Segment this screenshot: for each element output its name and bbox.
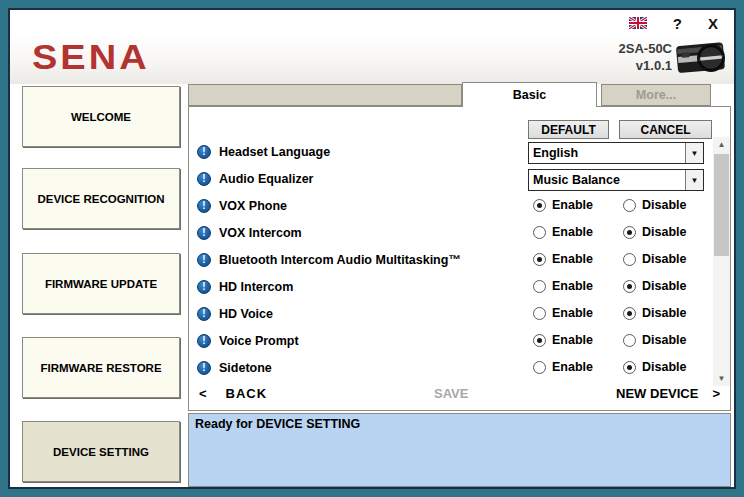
disable-radio[interactable]: Disable xyxy=(623,279,686,293)
settings-scrollbar[interactable]: ▲ ▼ xyxy=(713,137,730,386)
app-window: ? X SENA 2SA-50C v1.0.1 WELCOME DEVICE R… xyxy=(8,8,736,489)
setting-label: Bluetooth Intercom Audio Multitasking™ xyxy=(219,253,461,267)
status-box: Ready for DEVICE SETTING xyxy=(188,413,731,487)
back-button[interactable]: <BACK xyxy=(199,386,267,401)
enable-radio[interactable]: Enable xyxy=(533,279,593,293)
settings-panel: DEFAULT CANCEL ! Headset Language Englis… xyxy=(188,106,731,411)
setting-label: HD Intercom xyxy=(219,280,293,294)
setting-label: VOX Phone xyxy=(219,199,287,213)
info-icon[interactable]: ! xyxy=(197,199,211,213)
setting-label: Sidetone xyxy=(219,361,272,375)
headset-language-select[interactable]: English ▼ xyxy=(528,142,704,164)
sidebar-item-firmware-restore[interactable]: FIRMWARE RESTORE xyxy=(22,337,180,398)
setting-label: VOX Intercom xyxy=(219,226,302,240)
enable-radio[interactable]: Enable xyxy=(533,306,593,320)
disable-radio[interactable]: Disable xyxy=(623,198,686,212)
sidebar-item-device-setting[interactable]: DEVICE SETTING xyxy=(22,421,180,482)
device-model-block: 2SA-50C v1.0.1 xyxy=(619,40,672,74)
setting-row-audio-equalizer: ! Audio Equalizer Music Balance ▼ xyxy=(189,166,713,193)
sidebar-item-label: FIRMWARE UPDATE xyxy=(45,278,157,290)
setting-label: HD Voice xyxy=(219,307,273,321)
setting-row-sidetone: ! Sidetone Enable Disable xyxy=(189,355,713,382)
info-icon[interactable]: ! xyxy=(197,334,211,348)
setting-row-headset-language: ! Headset Language English ▼ xyxy=(189,139,713,166)
help-button[interactable]: ? xyxy=(673,16,682,31)
info-icon[interactable]: ! xyxy=(197,145,211,159)
selected-value: English xyxy=(533,146,578,160)
setting-label: Headset Language xyxy=(219,145,330,159)
setting-row-bt-intercom-audio-multitasking: ! Bluetooth Intercom Audio Multitasking™… xyxy=(189,247,713,274)
disable-radio[interactable]: Disable xyxy=(623,306,686,320)
language-flag-icon[interactable] xyxy=(629,17,647,29)
tab-basic[interactable]: Basic xyxy=(462,82,597,107)
disable-radio[interactable]: Disable xyxy=(623,360,686,374)
status-message: Ready for DEVICE SETTING xyxy=(195,417,360,431)
disable-radio[interactable]: Disable xyxy=(623,225,686,239)
enable-radio[interactable]: Enable xyxy=(533,252,593,266)
sidebar-item-label: WELCOME xyxy=(71,111,131,123)
tab-more[interactable]: More... xyxy=(601,84,711,106)
info-icon[interactable]: ! xyxy=(197,280,211,294)
info-icon[interactable]: ! xyxy=(197,253,211,267)
setting-label: Audio Equalizer xyxy=(219,172,313,186)
new-device-button[interactable]: NEW DEVICE> xyxy=(616,386,720,401)
sidebar-item-label: DEVICE SETTING xyxy=(53,446,149,458)
scroll-up-icon[interactable]: ▲ xyxy=(713,137,730,152)
default-button[interactable]: DEFAULT xyxy=(528,120,609,139)
info-icon[interactable]: ! xyxy=(197,226,211,240)
sidebar-item-label: FIRMWARE RESTORE xyxy=(40,362,161,374)
sidebar-item-firmware-update[interactable]: FIRMWARE UPDATE xyxy=(22,253,180,314)
sidebar-item-device-recognition[interactable]: DEVICE RECOGNITION xyxy=(22,168,180,229)
wizard-nav: <BACK SAVE NEW DEVICE> xyxy=(189,384,732,406)
save-button[interactable]: SAVE xyxy=(434,386,468,401)
sidebar-item-welcome[interactable]: WELCOME xyxy=(22,86,180,147)
firmware-version: v1.0.1 xyxy=(619,57,672,74)
selected-value: Music Balance xyxy=(533,173,620,187)
info-icon[interactable]: ! xyxy=(197,307,211,321)
info-icon[interactable]: ! xyxy=(197,172,211,186)
setting-row-hd-voice: ! HD Voice Enable Disable xyxy=(189,301,713,328)
enable-radio[interactable]: Enable xyxy=(533,360,593,374)
setting-label: Voice Prompt xyxy=(219,334,299,348)
chevron-down-icon[interactable]: ▼ xyxy=(685,143,703,163)
chevron-down-icon[interactable]: ▼ xyxy=(685,170,703,190)
audio-equalizer-select[interactable]: Music Balance ▼ xyxy=(528,169,704,191)
setting-row-vox-intercom: ! VOX Intercom Enable Disable xyxy=(189,220,713,247)
cancel-button[interactable]: CANCEL xyxy=(619,120,712,139)
scrollbar-thumb[interactable] xyxy=(714,154,729,256)
setting-row-vox-phone: ! VOX Phone Enable Disable xyxy=(189,193,713,220)
setting-row-voice-prompt: ! Voice Prompt Enable Disable xyxy=(189,328,713,355)
enable-radio[interactable]: Enable xyxy=(533,333,593,347)
enable-radio[interactable]: Enable xyxy=(533,225,593,239)
headset-device-icon xyxy=(676,37,728,79)
disable-radio[interactable]: Disable xyxy=(623,252,686,266)
tab-strip xyxy=(188,84,462,106)
device-model: 2SA-50C xyxy=(619,40,672,57)
app-header: SENA 2SA-50C v1.0.1 xyxy=(10,34,734,84)
disable-radio[interactable]: Disable xyxy=(623,333,686,347)
info-icon[interactable]: ! xyxy=(197,361,211,375)
setting-row-hd-intercom: ! HD Intercom Enable Disable xyxy=(189,274,713,301)
sidebar-item-label: DEVICE RECOGNITION xyxy=(37,193,164,205)
close-button[interactable]: X xyxy=(708,16,718,31)
enable-radio[interactable]: Enable xyxy=(533,198,593,212)
title-bar: ? X xyxy=(10,10,734,36)
sena-logo: SENA xyxy=(32,38,150,78)
